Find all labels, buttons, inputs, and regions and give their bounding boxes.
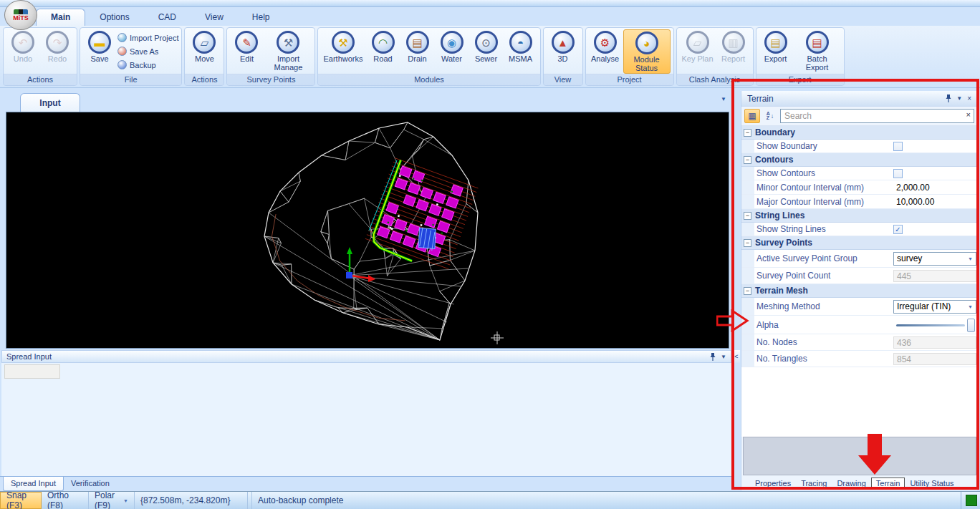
water-button[interactable]: ◉Water xyxy=(436,29,469,64)
category-row-boundary[interactable]: −Boundary xyxy=(741,126,978,140)
collapse-icon[interactable]: − xyxy=(744,212,751,220)
panel-menu-arrow-icon[interactable]: ▼ xyxy=(956,95,962,102)
slider-handle[interactable] xyxy=(967,319,975,332)
import-manage-button[interactable]: ⚒Import Manage xyxy=(264,29,312,72)
ribbon-group-export: ▤Export▤Batch ExportExport xyxy=(756,27,845,86)
close-icon[interactable]: × xyxy=(967,94,971,102)
minor-contour-interval-mm--value[interactable]: 2,000.00 xyxy=(893,183,930,193)
save-as-button[interactable]: Save As xyxy=(117,45,178,57)
panel-tab-terrain[interactable]: Terrain xyxy=(871,478,905,489)
tab-verification[interactable]: Verification xyxy=(64,477,117,491)
chevron-down-icon[interactable]: ▼ xyxy=(965,304,976,309)
alpha-slider[interactable] xyxy=(893,316,976,333)
document-tab-input[interactable]: Input xyxy=(20,93,80,112)
ribbon-group-modules: ⚒Earthworks◠Road▤Drain◉Water⊙Sewer◓MSMAM… xyxy=(317,27,540,86)
ortho-toggle[interactable]: Ortho (F8) xyxy=(42,492,89,509)
category-row-survey-points[interactable]: −Survey Points xyxy=(741,236,978,250)
redo-icon: ↷ xyxy=(46,31,69,54)
ribbon-group-label: Actions xyxy=(4,74,77,85)
ribbon-tab-options[interactable]: Options xyxy=(85,9,143,26)
property-label: Show String Lines xyxy=(754,224,892,234)
save-button[interactable]: ▬Save xyxy=(83,29,116,64)
property-label: Show Contours xyxy=(754,168,892,178)
collapse-splitter-button[interactable]: < xyxy=(733,350,740,363)
show-boundary-checkbox[interactable] xyxy=(893,142,903,151)
undo-button: ↶Undo xyxy=(6,29,39,64)
msma-button[interactable]: ◓MSMA xyxy=(504,29,537,64)
ribbon-group-project: ⚙Analyse◕Module StatusProject xyxy=(585,27,674,86)
road-icon: ◠ xyxy=(372,31,395,54)
panel-menu-arrow-icon[interactable]: ▼ xyxy=(721,354,726,360)
property-label: Meshing Method xyxy=(754,301,892,311)
edit-icon: ✎ xyxy=(235,31,258,54)
chevron-down-icon[interactable]: ▼ xyxy=(965,256,976,261)
app-logo[interactable]: MiTS xyxy=(4,0,37,30)
pin-icon[interactable] xyxy=(946,94,951,102)
property-row-major-contour-interval-mm-: Major Contour Interval (mm)10,000.00 xyxy=(741,195,978,209)
spread-input-cell[interactable] xyxy=(4,364,60,379)
3d-button[interactable]: ▲3D xyxy=(547,29,580,64)
sewer-button[interactable]: ⊙Sewer xyxy=(470,29,503,64)
road-button[interactable]: ◠Road xyxy=(367,29,400,64)
ribbon-tab-help[interactable]: Help xyxy=(238,9,284,26)
no-triangles-value: 854 xyxy=(893,353,976,365)
clear-search-icon[interactable]: × xyxy=(966,110,971,119)
collapse-icon[interactable]: − xyxy=(744,239,751,247)
pin-icon[interactable] xyxy=(710,353,716,361)
backup-button[interactable]: Backup xyxy=(117,59,178,71)
property-row-active-survey-point-group: Active Survey Point Groupsurvey▼ xyxy=(741,250,978,268)
panel-tab-properties[interactable]: Properties xyxy=(750,478,796,489)
canvas-scroll-arrow-icon[interactable]: ▼ xyxy=(721,96,726,102)
property-label: No. Triangles xyxy=(754,354,892,364)
property-row-meshing-method: Meshing MethodIrregular (TIN)▼ xyxy=(741,298,978,316)
panel-tab-tracing[interactable]: Tracing xyxy=(796,478,832,489)
earthworks-button[interactable]: ⚒Earthworks xyxy=(321,29,365,64)
spread-input-panel-body[interactable] xyxy=(1,363,731,476)
polar-toggle[interactable]: Polar (F9)▼ xyxy=(89,492,135,509)
panel-tab-utility-status[interactable]: Utility Status xyxy=(905,478,959,489)
drain-button[interactable]: ▤Drain xyxy=(401,29,434,64)
category-row-terrain-mesh[interactable]: −Terrain Mesh xyxy=(741,284,978,298)
collapse-icon[interactable]: − xyxy=(744,156,751,164)
import-project-button[interactable]: Import Project xyxy=(117,31,178,44)
ribbon-group-label: View xyxy=(544,74,582,85)
edit-button[interactable]: ✎Edit xyxy=(230,29,263,64)
major-contour-interval-mm--value[interactable]: 10,000.00 xyxy=(893,197,934,207)
property-grid: −BoundaryShow Boundary−ContoursShow Cont… xyxy=(741,125,978,437)
save-icon: ▬ xyxy=(88,31,111,54)
3d-icon: ▲ xyxy=(552,31,575,54)
collapse-icon[interactable]: − xyxy=(744,129,751,137)
ribbon-tab-view[interactable]: View xyxy=(191,9,238,26)
cad-viewport[interactable] xyxy=(6,112,729,349)
show-string-lines-checkbox[interactable]: ✓ xyxy=(893,225,903,234)
ribbon-tab-main[interactable]: Main xyxy=(36,9,85,26)
module-status-button[interactable]: ◕Module Status xyxy=(623,29,671,74)
export-icon: ▤ xyxy=(764,31,787,54)
move-button[interactable]: ▱Move xyxy=(188,29,221,64)
property-label: No. Nodes xyxy=(754,337,892,347)
analyse-button[interactable]: ⚙Analyse xyxy=(589,29,622,64)
category-row-contours[interactable]: −Contours xyxy=(741,153,978,167)
batch-export-button[interactable]: ▤Batch Export xyxy=(794,29,841,72)
connection-status-indicator xyxy=(966,495,977,506)
search-input[interactable] xyxy=(780,109,974,123)
show-contours-checkbox[interactable] xyxy=(893,169,903,178)
panel-tab-drawing[interactable]: Drawing xyxy=(832,478,870,489)
ribbon-group-file: ▬SaveImport ProjectSave AsBackupFile xyxy=(80,27,182,86)
ribbon: ↶Undo↷RedoActions▬SaveImport ProjectSave… xyxy=(0,26,980,88)
undo-icon: ↶ xyxy=(11,31,34,54)
category-row-string-lines[interactable]: −String Lines xyxy=(741,209,978,223)
status-message: Auto-backup complete xyxy=(252,492,349,509)
import-manage-icon: ⚒ xyxy=(277,31,299,54)
polar-dropdown-icon[interactable]: ▼ xyxy=(123,498,128,503)
categorize-view-button[interactable]: ▦ xyxy=(744,109,760,123)
meshing-method-dropdown[interactable]: Irregular (TIN)▼ xyxy=(893,300,976,314)
export-button[interactable]: ▤Export xyxy=(759,29,792,64)
snap-toggle[interactable]: Snap (F3) xyxy=(0,492,42,509)
batch-export-icon: ▤ xyxy=(806,31,829,54)
tab-spread-input[interactable]: Spread Input xyxy=(3,477,64,491)
ribbon-tab-cad[interactable]: CAD xyxy=(144,9,191,26)
sort-alphabetical-button[interactable]: AZ↓ xyxy=(762,109,778,123)
active-survey-point-group-dropdown[interactable]: survey▼ xyxy=(893,252,976,266)
collapse-icon[interactable]: − xyxy=(744,287,751,295)
